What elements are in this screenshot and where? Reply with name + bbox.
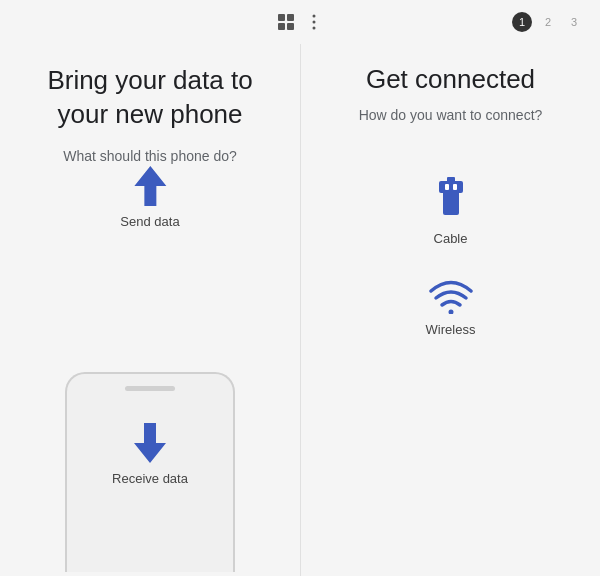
grid-icon <box>276 12 296 32</box>
svg-point-5 <box>313 21 316 24</box>
left-title: Bring your data to your new phone <box>30 64 270 132</box>
step-3: 3 <box>564 12 584 32</box>
receive-data-label: Receive data <box>112 471 188 486</box>
receive-data-option[interactable]: Receive data <box>112 421 188 486</box>
cable-option[interactable]: Cable <box>331 173 570 246</box>
svg-rect-1 <box>287 14 294 21</box>
cable-icon <box>431 173 471 223</box>
wifi-icon <box>426 276 476 314</box>
svg-rect-0 <box>278 14 285 21</box>
left-panel: Bring your data to your new phone What s… <box>0 44 300 572</box>
phone-notch <box>125 386 175 391</box>
connection-options: Cable Wireless <box>331 173 570 337</box>
right-subtitle: How do you want to connect? <box>331 107 570 123</box>
step-indicator: 1 2 3 <box>512 12 584 32</box>
step-1: 1 <box>512 12 532 32</box>
send-data-option[interactable]: Send data <box>120 164 179 229</box>
phone-mockup: Receive data <box>65 372 235 572</box>
right-title: Get connected <box>331 64 570 95</box>
arrow-down-icon <box>132 421 168 465</box>
right-panel: Get connected How do you want to connect… <box>300 44 600 572</box>
top-bar: 1 2 3 <box>0 0 600 44</box>
more-icon[interactable] <box>304 12 324 32</box>
panel-divider <box>300 48 301 576</box>
svg-rect-2 <box>278 23 285 30</box>
svg-rect-3 <box>287 23 294 30</box>
svg-marker-8 <box>134 423 166 463</box>
step-2: 2 <box>538 12 558 32</box>
svg-rect-13 <box>453 184 457 190</box>
svg-point-14 <box>448 310 453 315</box>
main-layout: Bring your data to your new phone What s… <box>0 44 600 572</box>
svg-point-4 <box>313 15 316 18</box>
left-subtitle: What should this phone do? <box>30 148 270 164</box>
arrow-up-icon <box>132 164 168 208</box>
svg-point-6 <box>313 27 316 30</box>
svg-rect-11 <box>447 177 455 185</box>
send-data-label: Send data <box>120 214 179 229</box>
cable-label: Cable <box>434 231 468 246</box>
svg-rect-12 <box>445 184 449 190</box>
wireless-label: Wireless <box>426 322 476 337</box>
top-bar-icons <box>276 12 324 32</box>
svg-marker-7 <box>134 166 166 206</box>
wireless-option[interactable]: Wireless <box>331 276 570 337</box>
